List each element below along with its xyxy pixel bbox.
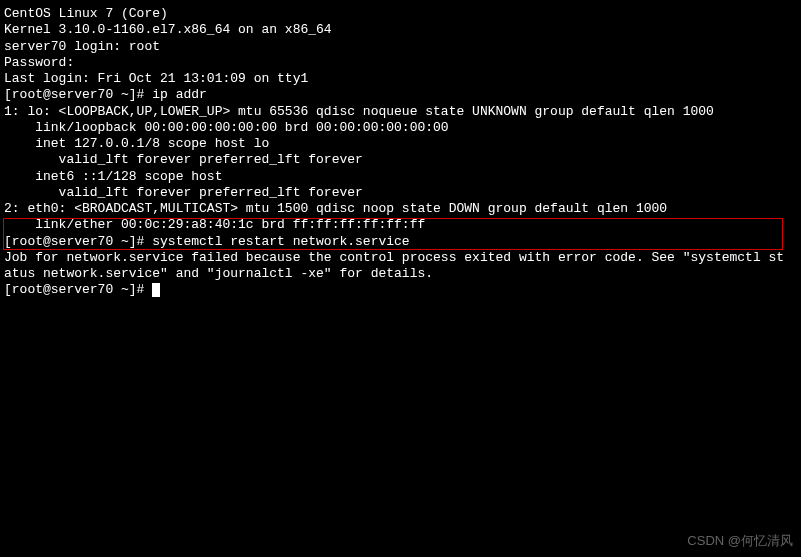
watermark: CSDN @何忆清风 bbox=[687, 533, 793, 549]
prompt-current[interactable]: [root@server70 ~]# bbox=[4, 282, 797, 298]
os-header: CentOS Linux 7 (Core) bbox=[4, 6, 797, 22]
error-msg-2: atus network.service" and "journalctl -x… bbox=[4, 266, 797, 282]
cursor bbox=[152, 283, 160, 297]
terminal-output: CentOS Linux 7 (Core) Kernel 3.10.0-1160… bbox=[4, 6, 797, 299]
iface-eth0-header: 2: eth0: <BROADCAST,MULTICAST> mtu 1500 … bbox=[4, 201, 797, 217]
iface-lo-valid1: valid_lft forever preferred_lft forever bbox=[4, 152, 797, 168]
iface-lo-valid2: valid_lft forever preferred_lft forever bbox=[4, 185, 797, 201]
kernel-info: Kernel 3.10.0-1160.el7.x86_64 on an x86_… bbox=[4, 22, 797, 38]
cmd-ip-addr: [root@server70 ~]# ip addr bbox=[4, 87, 797, 103]
password-prompt: Password: bbox=[4, 55, 797, 71]
iface-lo-header: 1: lo: <LOOPBACK,UP,LOWER_UP> mtu 65536 … bbox=[4, 104, 797, 120]
last-login: Last login: Fri Oct 21 13:01:09 on tty1 bbox=[4, 71, 797, 87]
iface-lo-link: link/loopback 00:00:00:00:00:00 brd 00:0… bbox=[4, 120, 797, 136]
cmd-systemctl: [root@server70 ~]# systemctl restart net… bbox=[4, 234, 797, 250]
login-prompt: server70 login: root bbox=[4, 39, 797, 55]
iface-eth0-link: link/ether 00:0c:29:a8:40:1c brd ff:ff:f… bbox=[4, 217, 797, 233]
iface-lo-inet: inet 127.0.0.1/8 scope host lo bbox=[4, 136, 797, 152]
prompt-text: [root@server70 ~]# bbox=[4, 282, 152, 297]
error-msg-1: Job for network.service failed because t… bbox=[4, 250, 797, 266]
iface-lo-inet6: inet6 ::1/128 scope host bbox=[4, 169, 797, 185]
